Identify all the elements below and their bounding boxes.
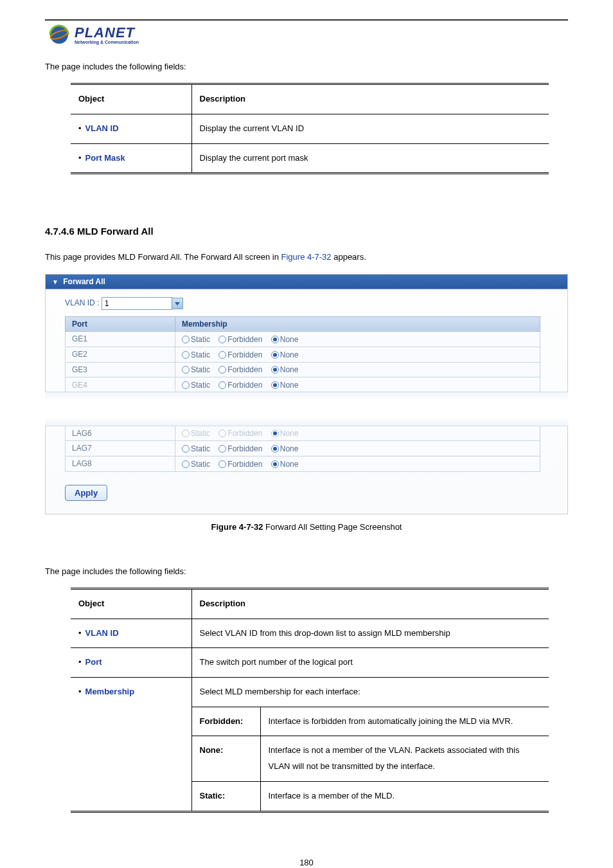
logo-subtext: Networking & Communication [75,40,139,44]
header-bar: PLANET Networking & Communication [45,19,568,48]
fields-table-2: Object Description •VLAN ID Select VLAN … [71,588,549,813]
col-header-object: Object [71,589,191,619]
membership-cell: Static Forbidden None [175,377,540,393]
membership-key: Static: [191,781,260,811]
figure-number: Figure 4-7-32 [211,522,263,532]
radio-static[interactable] [182,381,190,389]
radio-none[interactable] [271,381,279,389]
panel-header: ▼ Forward All [46,275,567,289]
radio-none[interactable] [271,366,279,374]
col-header-port: Port [66,316,175,331]
port-name: LAG6 [66,426,175,441]
screenshot-break [45,393,568,425]
port-name: GE3 [66,362,175,377]
object-label: VLAN ID [85,628,119,638]
figure-caption-text: Forward All Setting Page Screenshot [263,522,402,532]
port-name: GE2 [66,347,175,362]
membership-cell: Static Forbidden None [175,347,540,362]
intro-text-1: The page includes the following fields: [45,59,568,74]
intro-text-2: The page includes the following fields: [45,564,568,579]
radio-static[interactable] [182,460,190,468]
port-name: LAG7 [66,440,175,456]
panel-title: Forward All [63,277,105,286]
section-intro: This page provides MLD Forward All. The … [45,249,568,264]
membership-cell: Static Forbidden None [175,426,540,441]
logo-text: PLANET [75,26,139,40]
radio-static[interactable] [182,336,190,343]
radio-none[interactable] [271,445,279,453]
section-heading: 4.7.4.6 MLD Forward All [45,226,568,237]
radio-none[interactable] [271,460,279,468]
membership-value: Interface is forbidden from automaticall… [260,707,549,736]
port-row: LAG7 Static Forbidden None [66,440,540,456]
radio-static[interactable] [182,445,190,453]
port-row: GE3 Static Forbidden None [66,362,540,377]
radio-forbidden[interactable] [218,445,226,453]
vlan-id-row: VLAN ID : [46,289,567,316]
collapse-arrow-icon: ▼ [52,278,58,285]
membership-key: None: [191,736,260,781]
radio-forbidden[interactable] [218,381,226,389]
object-desc: Display the current port mask [191,143,549,174]
fields-table-1: Object Description •VLAN ID Display the … [71,83,549,174]
table-row: •VLAN ID Display the current VLAN ID [71,114,549,144]
port-row-partial: GE4 Static Forbidden None [66,377,540,393]
port-name: GE4 [66,377,175,393]
port-row: GE1 Static Forbidden None [66,331,540,347]
apply-button[interactable]: Apply [65,485,107,501]
object-desc: The switch port number of the logical po… [191,648,549,678]
membership-value: Interface is a member of the MLD. [260,781,549,811]
radio-none[interactable] [271,336,279,343]
logo: PLANET Networking & Communication [45,22,568,48]
port-name: LAG8 [66,456,175,471]
membership-cell: Static Forbidden None [175,362,540,377]
vlan-id-input[interactable] [102,297,172,310]
vlan-id-dropdown-button[interactable] [172,298,183,309]
table-row: •VLAN ID Select VLAN ID from this drop-d… [71,619,549,648]
port-row: LAG8 Static Forbidden None [66,456,540,471]
col-header-description: Description [191,589,549,619]
radio-none[interactable] [271,429,279,437]
radio-forbidden[interactable] [218,460,226,468]
port-row: LAG6 Static Forbidden None [66,426,540,441]
membership-value: Interface is not a member of the VLAN. P… [260,736,549,781]
forward-all-screenshot: ▼ Forward All VLAN ID : Port Membership … [45,274,568,514]
membership-cell: Static Forbidden None [175,331,540,347]
object-label: Membership [85,687,135,696]
radio-none[interactable] [271,351,279,359]
radio-static[interactable] [182,429,190,437]
object-label: VLAN ID [85,123,119,133]
port-name: GE1 [66,331,175,347]
membership-cell: Static Forbidden None [175,440,540,456]
membership-key: Forbidden: [191,707,260,736]
object-desc: Select VLAN ID from this drop-down list … [191,619,549,648]
table-row: •Port Mask Display the current port mask [71,143,549,174]
figure-reference-link: Figure 4-7-32 [281,252,332,262]
page-number: 180 [45,858,568,867]
vlan-id-label: VLAN ID : [65,298,99,307]
membership-intro: Select MLD membership for each interface… [191,678,549,707]
object-label: Port [85,657,102,667]
figure-caption: Figure 4-7-32 Forward All Setting Page S… [45,522,568,532]
col-header-description: Description [191,84,549,114]
membership-cell: Static Forbidden None [175,456,540,471]
port-membership-table-continued: LAG6 Static Forbidden None LAG7 Static F… [65,425,540,471]
col-header-membership: Membership [175,316,540,331]
radio-forbidden[interactable] [218,351,226,359]
col-header-object: Object [71,84,191,114]
planet-globe-icon [45,22,71,48]
object-desc: Display the current VLAN ID [191,114,549,144]
table-row: •Membership Select MLD membership for ea… [71,678,549,707]
table-row: •Port The switch port number of the logi… [71,648,549,678]
port-membership-table: Port Membership GE1 Static Forbidden Non… [65,316,540,393]
radio-static[interactable] [182,366,190,374]
radio-forbidden[interactable] [218,366,226,374]
radio-forbidden[interactable] [218,336,226,343]
radio-forbidden[interactable] [218,429,226,437]
object-label: Port Mask [85,153,125,163]
radio-static[interactable] [182,351,190,359]
port-row: GE2 Static Forbidden None [66,347,540,362]
